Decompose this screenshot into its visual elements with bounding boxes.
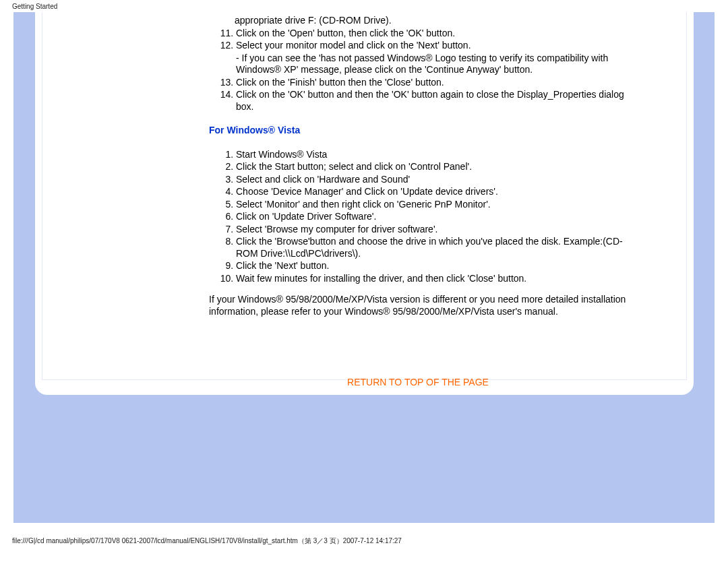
vista-steps: Start Windows® Vista Click the Start but…	[209, 149, 627, 285]
vista-step-4: Choose 'Device Manager' and Click on 'Up…	[236, 186, 627, 198]
step-12-b: - If you can see the 'has not passed Win…	[236, 53, 627, 76]
content-panel: appropriate drive F: (CD-ROM Drive). Cli…	[35, 12, 694, 395]
vista-step-3: Select and click on 'Hardware and Sound'	[236, 174, 627, 186]
vista-step-5: Select 'Monitor' and then right click on…	[236, 199, 627, 211]
vista-step-2: Click the Start button; select and click…	[236, 161, 627, 173]
document-content: appropriate drive F: (CD-ROM Drive). Cli…	[209, 15, 627, 389]
winxp-steps-continued: appropriate drive F: (CD-ROM Drive). Cli…	[209, 15, 627, 113]
return-to-top-link[interactable]: RETURN TO TOP OF THE PAGE	[209, 377, 627, 389]
vista-heading: For Windows® Vista	[209, 125, 627, 137]
vista-step-6: Click on 'Update Driver Software'.	[236, 211, 627, 223]
footer-path: file:///G|/cd manual/philips/07/170V8 06…	[12, 536, 402, 546]
vista-step-1: Start Windows® Vista	[236, 149, 627, 161]
step-14: Click on the 'OK' button and then the 'O…	[236, 89, 627, 113]
vista-step-9: Click the 'Next' button.	[236, 260, 627, 272]
closing-paragraph: If your Windows® 95/98/2000/Me/XP/Vista …	[209, 294, 627, 317]
header-label: Getting Started	[12, 3, 57, 10]
step-12-a: Select your monitor model and click on t…	[236, 40, 471, 51]
page-root: Getting Started appropriate drive F: (CD…	[0, 0, 728, 562]
vista-step-7: Select 'Browse my computer for driver so…	[236, 224, 627, 236]
step-13: Click on the 'Finish' button then the 'C…	[236, 77, 627, 89]
vista-step-8: Click the 'Browse'button and choose the …	[236, 236, 627, 259]
vista-step-10: Wait few minutes for installing the driv…	[236, 273, 627, 285]
step-10-tail: appropriate drive F: (CD-ROM Drive).	[235, 15, 392, 26]
step-11: Click on the 'Open' button, then click t…	[236, 28, 627, 40]
step-12: Select your monitor model and click on t…	[236, 40, 627, 76]
